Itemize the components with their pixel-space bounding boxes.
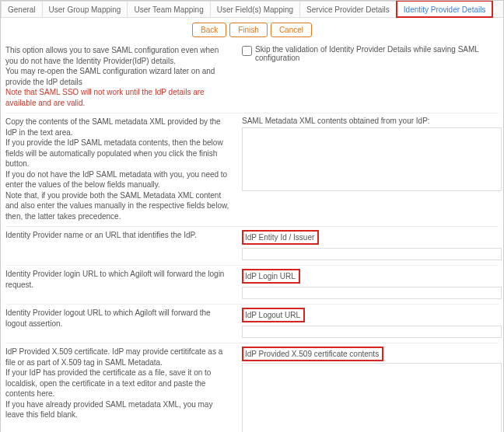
x509-textarea[interactable] [242, 363, 502, 432]
tab-bar: General User Group Mapping User Team Map… [1, 1, 503, 18]
x509-desc-l3: If you have already provided SAML metada… [5, 400, 212, 420]
row-x509-cert: IdP Provided X.509 certificate. IdP may … [5, 343, 499, 432]
tab-user-fields-mapping[interactable]: User Field(s) Mapping [211, 1, 300, 17]
x509-desc: IdP Provided X.509 certificate. IdP may … [5, 347, 231, 432]
metadata-xml-textarea[interactable] [242, 127, 502, 191]
save-option-line2: You may re-open the SAML configuration w… [5, 67, 215, 86]
skip-validation-text: Skip the validation of Identity Provider… [255, 45, 499, 62]
row-logout-url: Identity Provider logout URL to which Ag… [5, 305, 499, 343]
x509-desc-l2: If your IdP has provided the certificate… [5, 368, 211, 398]
finish-button[interactable]: Finish [229, 23, 268, 37]
save-option-warning: Note that SAML SSO will not work until t… [5, 88, 205, 107]
entity-id-label: IdP Entity Id / Issuer [242, 230, 319, 245]
logout-url-input[interactable] [242, 326, 502, 338]
logout-url-desc: Identity Provider logout URL to which Ag… [5, 308, 231, 338]
save-option-line1: This option allows you to save SAML conf… [5, 46, 219, 65]
login-url-label: IdP Login URL [242, 269, 300, 284]
metadata-desc-l3: If you do not have the IdP SAML metadata… [5, 170, 227, 190]
tab-user-team-mapping[interactable]: User Team Mapping [128, 1, 210, 17]
entity-id-desc: Identity Provider name or an URL that id… [5, 230, 231, 260]
skip-validation-checkbox[interactable] [242, 46, 252, 56]
tab-identity-provider-details[interactable]: Identity Provider Details [396, 0, 494, 18]
x509-desc-l1: IdP Provided X.509 certificate. IdP may … [5, 347, 222, 367]
x509-label: IdP Provided X.509 certificate contents [242, 347, 383, 361]
top-button-row: Back Finish Cancel [1, 18, 503, 42]
tab-general[interactable]: General [1, 1, 43, 17]
metadata-xml-label: SAML Metadata XML contents obtained from… [242, 117, 499, 125]
login-url-desc: Identity Provider login URL to which Agi… [5, 269, 231, 299]
skip-validation-label[interactable]: Skip the validation of Identity Provider… [242, 45, 499, 62]
tab-user-group-mapping[interactable]: User Group Mapping [43, 1, 128, 17]
logout-url-label: IdP Logout URL [242, 308, 305, 322]
row-login-url: Identity Provider login URL to which Agi… [5, 266, 499, 305]
metadata-desc-l1: Copy the contents of the SAML metadata X… [5, 117, 221, 137]
login-url-input[interactable] [242, 287, 502, 299]
metadata-desc-l2: If you provide the IdP SAML metadata con… [5, 138, 223, 168]
entity-id-input[interactable] [242, 248, 502, 260]
cancel-button[interactable]: Cancel [271, 23, 312, 37]
row-save-option: This option allows you to save SAML conf… [5, 42, 499, 113]
save-option-desc: This option allows you to save SAML conf… [5, 45, 231, 108]
back-button[interactable]: Back [192, 23, 226, 37]
row-entity-id: Identity Provider name or an URL that id… [5, 227, 499, 266]
metadata-desc-l4: Note that, if you provide both the SAML … [5, 191, 229, 221]
tab-service-provider-details[interactable]: Service Provider Details [300, 1, 397, 17]
row-metadata-xml: Copy the contents of the SAML metadata X… [5, 113, 499, 227]
metadata-desc: Copy the contents of the SAML metadata X… [5, 117, 231, 221]
